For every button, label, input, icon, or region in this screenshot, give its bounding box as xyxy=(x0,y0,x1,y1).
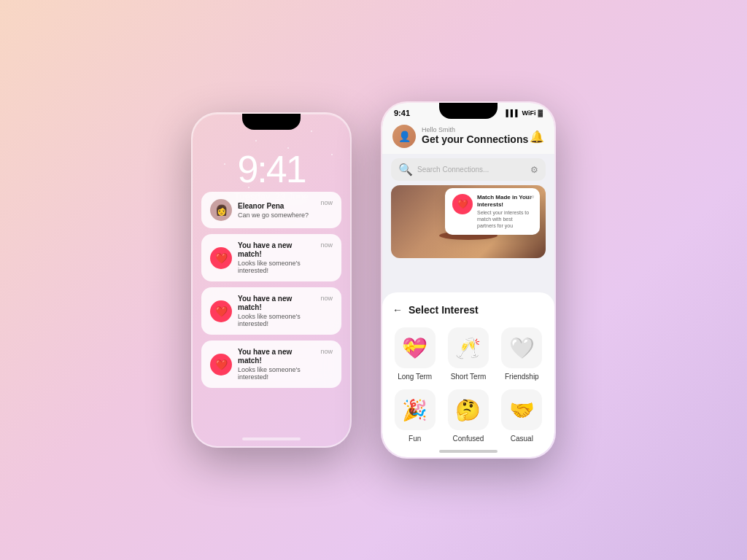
match-heart-icon: ❤️ xyxy=(452,194,473,214)
longterm-emoji: 💝 xyxy=(395,327,436,368)
notification-match-3[interactable]: ❤️ You have a new match! Looks like some… xyxy=(201,341,341,388)
heart-icon-2: ❤️ xyxy=(210,300,232,322)
status-time: 9:41 xyxy=(394,109,410,117)
back-button[interactable]: ← xyxy=(392,304,403,316)
interest-grid: 💝 Long Term 🥂 Short Term 🤍 Friendship 🎉 … xyxy=(392,327,544,443)
user-avatar[interactable]: 👤 xyxy=(392,125,416,148)
heart-icon: ❤️ xyxy=(210,247,232,269)
notif-time: now xyxy=(320,199,333,206)
battery-icon: ▓ xyxy=(538,109,543,117)
notification-match-2[interactable]: ❤️ You have a new match! Looks like some… xyxy=(201,287,341,335)
home-indicator xyxy=(242,438,301,440)
match-notification-popup[interactable]: ❤️ Match Made in Your Interests! Select … xyxy=(445,188,540,235)
notification-list: 👩 Eleanor Pena Can we go somewhere? now … xyxy=(201,192,341,388)
confused-emoji: 🤔 xyxy=(448,389,489,430)
match-body-1: Looks like someone's interested! xyxy=(238,260,314,274)
sheet-header: ← Select Interest xyxy=(392,304,544,316)
search-bar[interactable]: 🔍 Search Connections... ⚙ xyxy=(391,158,546,181)
search-icon: 🔍 xyxy=(398,163,413,176)
screen-title: Get your Connections xyxy=(422,133,528,146)
friendship-label: Friendship xyxy=(505,373,539,381)
phone-lockscreen: 9:41 Tuesday, 23 June 👩 Eleanor Pena Can… xyxy=(191,112,352,448)
shortterm-label: Short Term xyxy=(451,373,487,381)
friendship-emoji: 🤍 xyxy=(501,327,542,368)
match-title-1: You have a new match! xyxy=(238,241,314,259)
casual-label: Casual xyxy=(511,435,533,443)
interest-item-casual[interactable]: 🤝 Casual xyxy=(500,389,544,443)
match-title-3: You have a new match! xyxy=(238,348,314,365)
match-popup-body: Select your interests to match with best… xyxy=(477,209,533,229)
interest-sheet: ← Select Interest 💝 Long Term 🥂 Short Te… xyxy=(382,292,554,457)
casual-emoji: 🤝 xyxy=(501,389,542,430)
match-time-3: now xyxy=(320,348,333,355)
interest-item-longterm[interactable]: 💝 Long Term xyxy=(392,327,437,381)
notification-message[interactable]: 👩 Eleanor Pena Can we go somewhere? now xyxy=(201,192,341,228)
signal-icon: ▌▌▌ xyxy=(506,109,519,117)
notif-sender-name: Eleanor Pena xyxy=(238,202,314,211)
heart-icon-3: ❤️ xyxy=(210,354,232,376)
interest-item-shortterm[interactable]: 🥂 Short Term xyxy=(446,327,490,381)
wifi-icon: WiFi xyxy=(522,109,536,117)
app-header: 👤 Hello Smith Get your Connections 🔔 xyxy=(382,120,554,154)
interest-item-fun[interactable]: 🎉 Fun xyxy=(392,389,437,443)
notch-2 xyxy=(439,103,498,119)
match-body-3: Looks like someone's interested! xyxy=(238,366,314,381)
match-body-2: Looks like someone's interested! xyxy=(238,313,314,327)
match-title-2: You have a new match! xyxy=(238,295,314,312)
notch xyxy=(242,114,301,130)
notif-message-body: Can we go somewhere? xyxy=(238,211,314,219)
app-home-indicator xyxy=(439,450,498,453)
status-icons: ▌▌▌ WiFi ▓ xyxy=(506,109,543,117)
notif-sender-avatar: 👩 xyxy=(210,199,232,221)
bell-icon[interactable]: 🔔 xyxy=(530,130,544,144)
sheet-title: Select Interest xyxy=(409,304,479,316)
fun-label: Fun xyxy=(409,435,421,443)
notification-match-1[interactable]: ❤️ You have a new match! Looks like some… xyxy=(201,234,341,281)
fun-emoji: 🎉 xyxy=(395,389,436,430)
clock-time: 9:41 xyxy=(193,150,350,188)
phone-app: 9:41 ▌▌▌ WiFi ▓ 👤 Hello Smith Get your C… xyxy=(381,101,556,459)
search-placeholder: Search Connections... xyxy=(417,166,526,174)
longterm-label: Long Term xyxy=(398,373,432,381)
confused-label: Confused xyxy=(453,435,484,443)
match-time-2: now xyxy=(320,295,333,302)
interest-item-confused[interactable]: 🤔 Confused xyxy=(446,389,490,443)
interest-item-friendship[interactable]: 🤍 Friendship xyxy=(500,327,544,381)
profile-image-area: ❤️ Match Made in Your Interests! Select … xyxy=(391,185,546,258)
filter-icon[interactable]: ⚙ xyxy=(530,165,538,175)
greeting-text: Hello Smith xyxy=(422,127,528,133)
match-time-1: now xyxy=(320,241,333,249)
shortterm-emoji: 🥂 xyxy=(448,327,489,368)
match-popup-time: now xyxy=(525,194,534,199)
